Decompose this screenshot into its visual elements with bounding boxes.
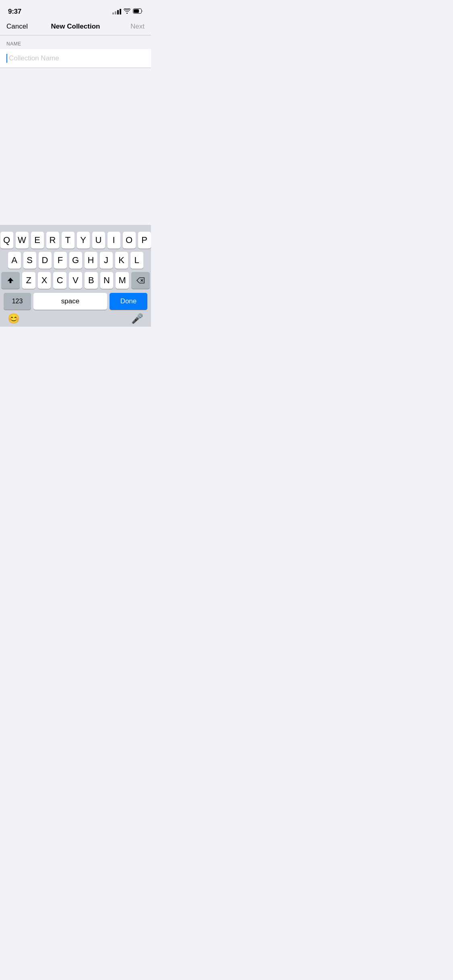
keyboard-row-2: A S D F G H J K L [1, 252, 150, 269]
mic-icon[interactable]: 🎤 [131, 313, 143, 324]
section-label: NAME [0, 35, 151, 49]
key-y[interactable]: Y [77, 232, 90, 249]
key-n[interactable]: N [100, 272, 114, 289]
key-i[interactable]: I [108, 232, 120, 249]
signal-icon [112, 9, 121, 14]
key-g[interactable]: G [69, 252, 82, 269]
key-u[interactable]: U [92, 232, 105, 249]
key-e[interactable]: E [31, 232, 44, 249]
key-d[interactable]: D [39, 252, 52, 269]
delete-key[interactable] [131, 272, 150, 289]
key-a[interactable]: A [8, 252, 21, 269]
wifi-icon [124, 8, 130, 15]
cancel-button[interactable]: Cancel [6, 23, 31, 31]
key-x[interactable]: X [38, 272, 51, 289]
key-z[interactable]: Z [22, 272, 35, 289]
svg-rect-1 [134, 9, 139, 13]
emoji-icon[interactable]: 😊 [8, 313, 20, 324]
name-input-row[interactable]: Collection Name [0, 49, 151, 68]
key-l[interactable]: L [130, 252, 143, 269]
key-s[interactable]: S [23, 252, 36, 269]
shift-key[interactable] [1, 272, 20, 289]
key-c[interactable]: C [53, 272, 66, 289]
key-o[interactable]: O [123, 232, 136, 249]
key-q[interactable]: Q [0, 232, 13, 249]
battery-icon [133, 8, 143, 15]
key-w[interactable]: W [16, 232, 29, 249]
text-cursor [6, 54, 7, 63]
status-time: 9:37 [8, 8, 21, 16]
next-button[interactable]: Next [120, 23, 145, 31]
empty-content-area [0, 68, 151, 225]
status-bar: 9:37 [0, 0, 151, 18]
key-f[interactable]: F [54, 252, 67, 269]
nav-bar: Cancel New Collection Next [0, 18, 151, 35]
key-t[interactable]: T [62, 232, 74, 249]
key-k[interactable]: K [115, 252, 128, 269]
space-key[interactable]: space [33, 293, 107, 310]
key-v[interactable]: V [69, 272, 82, 289]
done-key[interactable]: Done [110, 293, 147, 310]
key-m[interactable]: M [116, 272, 129, 289]
key-r[interactable]: R [46, 232, 59, 249]
key-j[interactable]: J [100, 252, 113, 269]
keyboard: Q W E R T Y U I O P A S D F G H J K L Z … [0, 229, 151, 327]
keyboard-row-3: Z X C V B N M [1, 272, 150, 289]
key-h[interactable]: H [85, 252, 97, 269]
status-icons [112, 8, 143, 15]
page-title: New Collection [31, 23, 120, 31]
emoji-mic-bar: 😊 🎤 [1, 311, 150, 325]
key-b[interactable]: B [85, 272, 98, 289]
keyboard-row-4: 123 space Done [1, 292, 150, 311]
keyboard-row-1: Q W E R T Y U I O P [1, 232, 150, 249]
collection-name-input[interactable]: Collection Name [9, 54, 145, 62]
numbers-key[interactable]: 123 [4, 293, 31, 310]
key-p[interactable]: P [138, 232, 151, 249]
